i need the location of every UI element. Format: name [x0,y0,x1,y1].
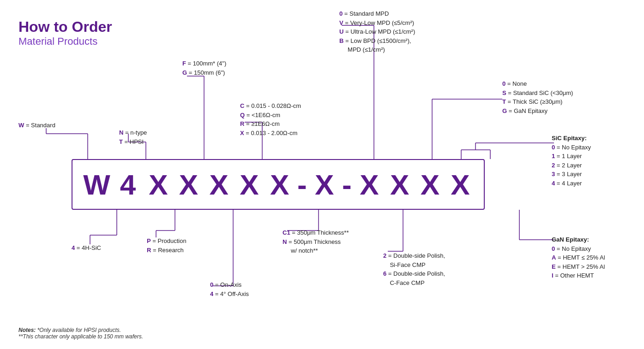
title-sub: Material Products [18,35,112,47]
ann-W: W = Standard [18,121,55,130]
ann-diameter: F = 100mm* (4") G = 150mm (6") [182,59,226,77]
notes-line2: **This character only applicable to 150 … [18,333,143,340]
ann-crystal: N = n-type T = HPSI [119,128,147,146]
title-block: How to Order Material Products [18,18,112,47]
ann-4H: 4 = 4H-SiC [72,243,101,253]
code-box: W 4 X X X X X - X - X X X X [72,159,485,210]
ann-grade: P = Production R = Research [147,237,187,254]
ann-offaxis: 0 = On-Axis 4 = 4° Off-Axis [210,280,249,298]
char-4: 4 [115,168,141,201]
char-X2: X [176,168,201,201]
char-X6: X [312,168,337,201]
char-X5: X [267,168,292,201]
char-X10: X [448,168,473,201]
ann-mpd: 0 = Standard MPD V = Very-Low MPD (≤5/cm… [339,9,415,54]
char-dash2: - [342,168,352,201]
char-W: W [83,168,110,201]
char-X8: X [387,168,412,201]
ann-resistivity: C = 0.015 - 0.028Ω-cm Q = <1E6Ω-cm R = ≥… [240,101,301,137]
char-X4: X [236,168,262,201]
notes-block: Notes: *Only available for HPSI products… [18,327,143,340]
char-X9: X [417,168,443,201]
ann-thickness: C1 = 350μm Thickness** N = 500μm Thickne… [283,228,349,255]
notes-label: Notes: [18,327,36,333]
char-dash1: - [297,168,307,201]
char-X7: X [356,168,382,201]
title-main: How to Order [18,18,112,35]
ann-gan-epitaxy: GaN Epitaxy: 0 = No Epitaxy A = HEMT ≤ 2… [552,235,605,280]
ann-polish: 2 = Double-side Polish, Si-Face CMP 6 = … [383,251,445,287]
page-container: How to Order Material Products W 4 X X X… [0,0,644,349]
char-X1: X [145,168,171,201]
ann-epi-coating: 0 = None S = Standard SiC (<30μm) T = Th… [502,79,573,115]
ann-sic-epitaxy: SiC Epitaxy: 0 = No Epitaxy 1 = 1 Layer … [552,134,591,188]
char-X3: X [206,168,232,201]
notes-line1: *Only available for HPSI products. [37,327,121,333]
